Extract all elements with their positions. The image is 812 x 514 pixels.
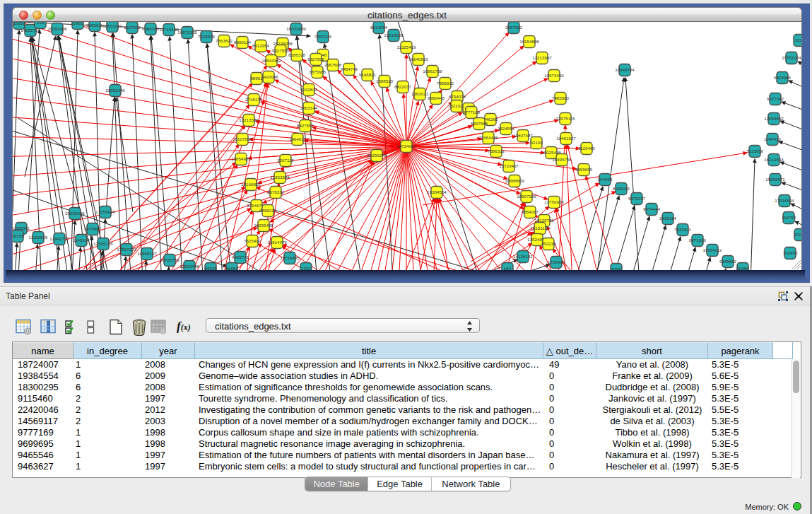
svg-text:20053346: 20053346 bbox=[105, 88, 125, 93]
svg-text:15720407: 15720407 bbox=[499, 163, 519, 168]
svg-text:7515526: 7515526 bbox=[198, 34, 216, 39]
svg-text:1835061: 1835061 bbox=[13, 226, 30, 230]
svg-text:16033809: 16033809 bbox=[286, 26, 306, 31]
svg-text:9465771: 9465771 bbox=[232, 255, 249, 259]
svg-text:8265011: 8265011 bbox=[86, 23, 103, 28]
svg-text:2803144: 2803144 bbox=[300, 105, 318, 110]
svg-text:8912954: 8912954 bbox=[252, 43, 270, 48]
svg-text:16782759: 16782759 bbox=[160, 257, 180, 262]
svg-text:16671355: 16671355 bbox=[177, 30, 197, 35]
svg-text:7625402: 7625402 bbox=[244, 238, 261, 243]
svg-text:1964013: 1964013 bbox=[289, 136, 307, 141]
svg-text:16154808: 16154808 bbox=[519, 39, 539, 44]
svg-text:8454749: 8454749 bbox=[341, 66, 358, 71]
svg-text:94525: 94525 bbox=[204, 266, 217, 270]
svg-text:9115460: 9115460 bbox=[578, 146, 595, 151]
svg-text:9146821: 9146821 bbox=[359, 72, 377, 77]
svg-text:10719155: 10719155 bbox=[159, 27, 179, 32]
svg-text:8427552: 8427552 bbox=[297, 123, 314, 128]
svg-text:92456: 92456 bbox=[736, 266, 749, 270]
svg-text:6990443: 6990443 bbox=[428, 95, 445, 100]
svg-text:9884067: 9884067 bbox=[522, 209, 539, 214]
svg-text:11325419: 11325419 bbox=[396, 45, 416, 49]
svg-text:18461627: 18461627 bbox=[556, 136, 576, 141]
svg-text:20206536: 20206536 bbox=[65, 211, 85, 216]
svg-text:12353584: 12353584 bbox=[270, 175, 290, 180]
svg-text:18724007: 18724007 bbox=[396, 144, 416, 148]
svg-text:8938913: 8938913 bbox=[613, 186, 630, 191]
svg-text:2935114: 2935114 bbox=[659, 216, 676, 221]
svg-text:205: 205 bbox=[37, 22, 45, 25]
svg-text:19218506: 19218506 bbox=[384, 33, 404, 37]
svg-text:9329966: 9329966 bbox=[774, 75, 792, 80]
svg-text:8660124: 8660124 bbox=[234, 40, 252, 45]
svg-text:17016504: 17016504 bbox=[775, 198, 794, 203]
svg-text:9699695: 9699695 bbox=[575, 167, 593, 172]
svg-text:9327503: 9327503 bbox=[272, 48, 290, 53]
svg-text:19654963: 19654963 bbox=[231, 156, 251, 161]
svg-text:16848784: 16848784 bbox=[615, 67, 635, 72]
svg-text:1145194: 1145194 bbox=[73, 238, 90, 243]
svg-text:3267110: 3267110 bbox=[277, 158, 294, 163]
svg-text:8813054: 8813054 bbox=[370, 25, 388, 30]
svg-text:12213389: 12213389 bbox=[239, 117, 259, 122]
svg-text:16914479: 16914479 bbox=[267, 240, 287, 245]
svg-text:20091406: 20091406 bbox=[47, 26, 67, 31]
svg-text:10653267: 10653267 bbox=[102, 23, 122, 28]
svg-text:12923448: 12923448 bbox=[180, 264, 199, 269]
svg-text:164: 164 bbox=[504, 266, 512, 270]
svg-text:164095: 164095 bbox=[598, 177, 613, 182]
svg-text:7386322: 7386322 bbox=[488, 148, 505, 153]
svg-text:6497568: 6497568 bbox=[471, 121, 488, 126]
svg-text:14136141: 14136141 bbox=[513, 254, 533, 259]
svg-text:10245: 10245 bbox=[794, 232, 801, 237]
svg-text:2087682: 2087682 bbox=[505, 25, 523, 30]
svg-text:12093832: 12093832 bbox=[764, 116, 784, 121]
svg-text:7357224: 7357224 bbox=[314, 34, 332, 39]
svg-text:7485003: 7485003 bbox=[552, 95, 570, 100]
svg-text:13716485: 13716485 bbox=[280, 255, 300, 260]
svg-text:8678332: 8678332 bbox=[267, 189, 285, 194]
svg-text:3875685: 3875685 bbox=[309, 69, 326, 74]
svg-text:10973493: 10973493 bbox=[544, 73, 564, 78]
svg-text:98961: 98961 bbox=[250, 76, 263, 81]
svg-text:116753: 116753 bbox=[782, 215, 796, 220]
svg-text:1244415: 1244415 bbox=[764, 136, 782, 141]
svg-text:15692971: 15692971 bbox=[765, 177, 785, 182]
svg-text:8822037: 8822037 bbox=[394, 84, 412, 89]
svg-text:9245652: 9245652 bbox=[719, 259, 737, 264]
svg-text:9474444: 9474444 bbox=[643, 206, 661, 211]
svg-text:9227342: 9227342 bbox=[767, 96, 784, 101]
svg-text:6966160: 6966160 bbox=[142, 26, 160, 31]
svg-text:12942737: 12942737 bbox=[49, 236, 69, 241]
svg-text:2718176: 2718176 bbox=[245, 97, 263, 102]
svg-text:9777169: 9777169 bbox=[463, 110, 481, 115]
svg-text:7955812: 7955812 bbox=[437, 81, 454, 86]
svg-text:15751074: 15751074 bbox=[782, 55, 801, 60]
svg-text:9356: 9356 bbox=[611, 267, 621, 270]
svg-text:11156829: 11156829 bbox=[29, 235, 48, 240]
svg-text:8471626: 8471626 bbox=[689, 238, 707, 243]
svg-text:152234: 152234 bbox=[541, 241, 556, 246]
svg-text:19384554: 19384554 bbox=[427, 189, 447, 194]
svg-text:10654112: 10654112 bbox=[702, 247, 722, 252]
svg-text:10688609: 10688609 bbox=[505, 178, 524, 183]
svg-text:16120796: 16120796 bbox=[534, 218, 554, 223]
svg-text:1362021: 1362021 bbox=[411, 91, 429, 96]
svg-text:19166825: 19166825 bbox=[241, 182, 261, 187]
svg-text:39159: 39159 bbox=[13, 233, 24, 238]
svg-text:1117: 1117 bbox=[795, 37, 801, 42]
svg-text:16543382: 16543382 bbox=[261, 58, 281, 63]
svg-text:7663822: 7663822 bbox=[216, 38, 233, 43]
svg-text:8186328: 8186328 bbox=[288, 52, 306, 57]
svg-text:3215958: 3215958 bbox=[746, 148, 764, 153]
svg-text:16640910: 16640910 bbox=[408, 57, 428, 62]
svg-text:17359924: 17359924 bbox=[95, 209, 115, 214]
svg-text:1588520: 1588520 bbox=[376, 78, 394, 83]
svg-text:9327508: 9327508 bbox=[307, 57, 325, 62]
svg-text:6794078: 6794078 bbox=[449, 94, 466, 99]
svg-text:12975115: 12975115 bbox=[555, 116, 575, 121]
svg-text:12505135: 12505135 bbox=[93, 241, 113, 246]
svg-text:18907209: 18907209 bbox=[517, 194, 536, 199]
svg-text:16107556: 16107556 bbox=[233, 136, 252, 141]
